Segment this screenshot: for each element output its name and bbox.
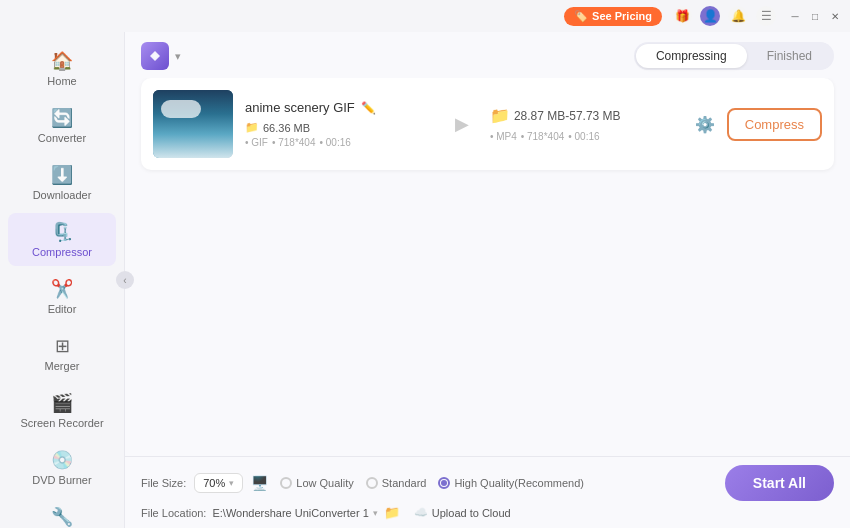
browse-folder-button[interactable]: 📁 [384,505,400,520]
sidebar-collapse-button[interactable]: ‹ [116,271,134,289]
titlebar: 🏷️ See Pricing 🎁 👤 🔔 ☰ ─ □ ✕ [0,0,850,32]
converter-icon: 🔄 [51,107,73,129]
file-thumbnail [153,90,233,158]
tab-compressing[interactable]: Compressing [636,44,747,68]
source-resolution-tag: • 718*404 [272,137,316,148]
output-folder-icon: 📁 [490,106,510,125]
output-duration-tag: • 00:16 [568,131,599,142]
editor-icon: ✂️ [51,278,73,300]
file-location-label: File Location: [141,507,206,519]
file-list: anime scenery GIF ✏️ 📁 66.36 MB • GIF • … [125,78,850,456]
output-size-row: 📁 28.87 MB-57.73 MB [490,106,679,125]
minimize-button[interactable]: ─ [788,9,802,23]
monitor-icon: 🖥️ [251,475,268,491]
user-icon[interactable]: 👤 [700,6,720,26]
file-size-select[interactable]: 70% ▾ [194,473,243,493]
folder-icon: 📁 [245,121,259,134]
edit-icon[interactable]: ✏️ [361,101,376,115]
thumbnail-image [153,90,233,158]
bottom-row-location: File Location: E:\Wondershare UniConvert… [141,505,834,520]
sidebar-item-compressor[interactable]: 🗜️ Compressor [8,213,116,266]
window-controls: ─ □ ✕ [788,9,842,23]
bottom-bar: File Size: 70% ▾ 🖥️ Low Quality Standard [125,456,850,528]
gift-icon[interactable]: 🎁 [672,6,692,26]
maximize-button[interactable]: □ [808,9,822,23]
low-quality-radio-circle [280,477,292,489]
output-resolution-tag: • 718*404 [521,131,565,142]
file-location-path: E:\Wondershare UniConverter 1 ▾ [212,507,377,519]
sidebar: 🏠 Home 🔄 Converter ⬇️ Downloader 🗜️ Comp… [0,32,125,528]
logo-area: ▾ [141,42,181,70]
see-pricing-button[interactable]: 🏷️ See Pricing [564,7,662,26]
standard-quality-radio[interactable]: Standard [366,477,427,489]
location-path-text: E:\Wondershare UniConverter 1 [212,507,368,519]
high-quality-label: High Quality(Recommend) [454,477,584,489]
output-file-size: 28.87 MB-57.73 MB [514,109,621,123]
upload-cloud-label: Upload to Cloud [432,507,511,519]
file-source-tags: • GIF • 718*404 • 00:16 [245,137,434,148]
source-format-tag: • GIF [245,137,268,148]
tag-icon: 🏷️ [574,10,588,23]
file-name-row: anime scenery GIF ✏️ [245,100,434,115]
compressor-icon: 🗜️ [51,221,73,243]
screen-recorder-icon: 🎬 [51,392,73,414]
right-arrow-icon: ▶ [455,113,469,135]
app-body: 🏠 Home 🔄 Converter ⬇️ Downloader 🗜️ Comp… [0,32,850,528]
sidebar-item-merger[interactable]: ⊞ Merger [8,327,116,380]
file-card: anime scenery GIF ✏️ 📁 66.36 MB • GIF • … [141,78,834,170]
titlebar-icons: 🎁 👤 🔔 ☰ [672,6,776,26]
select-dropdown-arrow: ▾ [229,478,234,488]
high-quality-radio[interactable]: High Quality(Recommend) [438,477,584,489]
content-header: ▾ Compressing Finished [125,32,850,78]
file-settings-button[interactable]: ⚙️ [691,110,719,138]
standard-label: Standard [382,477,427,489]
compress-button[interactable]: Compress [727,108,822,141]
start-all-button[interactable]: Start All [725,465,834,501]
close-button[interactable]: ✕ [828,9,842,23]
standard-quality-radio-circle [366,477,378,489]
tab-finished[interactable]: Finished [747,44,832,68]
file-output-info: 📁 28.87 MB-57.73 MB • MP4 • 718*404 • 00… [490,106,679,142]
file-actions: ⚙️ Compress [691,108,822,141]
sidebar-item-tools[interactable]: 🔧 Tools [8,498,116,528]
sidebar-item-editor[interactable]: ✂️ Editor [8,270,116,323]
tools-icon: 🔧 [51,506,73,528]
content-area: ▾ Compressing Finished anime scenery [125,32,850,528]
high-quality-radio-circle [438,477,450,489]
menu-icon[interactable]: ☰ [756,6,776,26]
low-quality-radio[interactable]: Low Quality [280,477,353,489]
source-file-size: 66.36 MB [263,122,310,134]
sidebar-item-downloader[interactable]: ⬇️ Downloader [8,156,116,209]
file-output-tags: • MP4 • 718*404 • 00:16 [490,131,679,142]
sidebar-item-dvd-burner[interactable]: 💿 DVD Burner [8,441,116,494]
sidebar-item-screen-recorder[interactable]: 🎬 Screen Recorder [8,384,116,437]
cloud-decoration [161,100,201,118]
conversion-arrow: ▶ [446,113,478,135]
app-logo [141,42,169,70]
merger-icon: ⊞ [55,335,70,357]
output-format-tag: • MP4 [490,131,517,142]
file-name: anime scenery GIF [245,100,355,115]
downloader-icon: ⬇️ [51,164,73,186]
file-size-label: File Size: [141,477,186,489]
bottom-row-quality: File Size: 70% ▾ 🖥️ Low Quality Standard [141,465,834,501]
quality-radio-group: Low Quality Standard High Quality(Recomm… [280,477,584,489]
logo-dropdown-arrow[interactable]: ▾ [175,50,181,63]
upload-to-cloud-button[interactable]: ☁️ Upload to Cloud [414,506,511,519]
tab-group: Compressing Finished [634,42,834,70]
source-duration-tag: • 00:16 [320,137,351,148]
sidebar-item-home[interactable]: 🏠 Home [8,42,116,95]
cloud-upload-icon: ☁️ [414,506,428,519]
sidebar-item-converter[interactable]: 🔄 Converter [8,99,116,152]
file-size-value: 70% [203,477,225,489]
dvd-burner-icon: 💿 [51,449,73,471]
file-source-meta: 📁 66.36 MB [245,121,434,134]
path-dropdown-arrow[interactable]: ▾ [373,508,378,518]
home-icon: 🏠 [51,50,73,72]
low-quality-label: Low Quality [296,477,353,489]
notification-icon[interactable]: 🔔 [728,6,748,26]
file-source-info: anime scenery GIF ✏️ 📁 66.36 MB • GIF • … [245,100,434,148]
